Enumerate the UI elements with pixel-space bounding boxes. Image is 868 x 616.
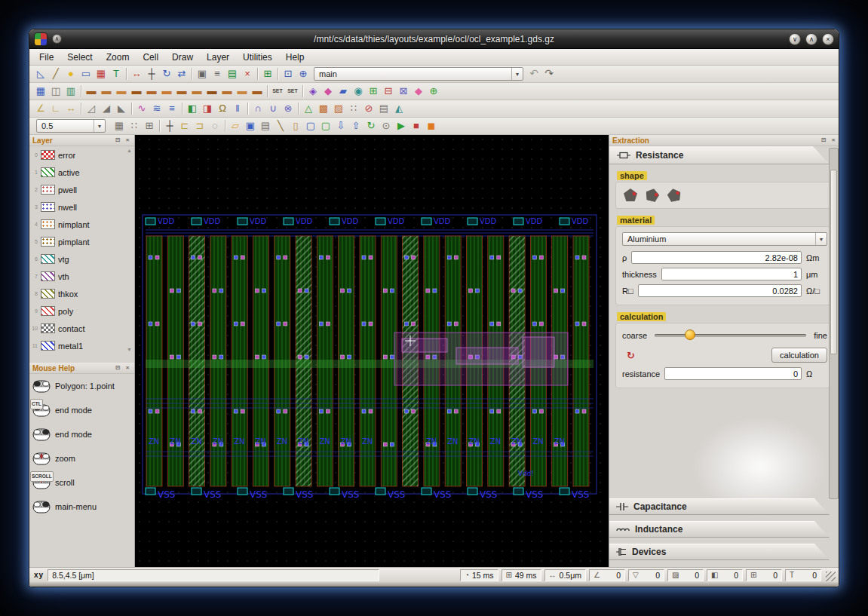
menu-select[interactable]: Select xyxy=(60,49,99,66)
delete-icon[interactable]: × xyxy=(240,66,255,81)
wire-width-icon[interactable]: ▬ xyxy=(235,84,250,99)
layer-active[interactable]: 1 active xyxy=(29,164,134,181)
import-icon[interactable]: ⇩ xyxy=(333,118,348,133)
layer-thkox[interactable]: 8 thkox xyxy=(29,285,134,302)
flatten-icon[interactable]: ▤ xyxy=(376,101,391,116)
resistor-tool-icon[interactable]: Ω xyxy=(215,101,230,116)
layer-poly[interactable]: 9 poly xyxy=(29,302,134,320)
menu-layer[interactable]: Layer xyxy=(200,49,236,66)
measure-distance-icon[interactable]: ↔ xyxy=(63,101,78,116)
set-layer-icon[interactable]: SET xyxy=(285,84,300,99)
properties-icon[interactable]: ≡ xyxy=(210,66,225,81)
ruler-v-icon[interactable]: ⊐ xyxy=(192,118,207,133)
move-icon[interactable]: ┼ xyxy=(144,66,159,81)
dock-close-icon[interactable]: × xyxy=(124,363,131,372)
menu-cell[interactable]: Cell xyxy=(136,49,165,66)
lasso-icon[interactable]: ◌ xyxy=(207,118,222,133)
scroll-down-icon[interactable]: ▼ xyxy=(127,347,132,352)
dock-close-icon[interactable]: × xyxy=(830,136,837,145)
clean-icon[interactable]: ⊘ xyxy=(361,101,376,116)
shape-pentagon-icon[interactable] xyxy=(666,187,682,202)
view-3d-icon[interactable]: ◭ xyxy=(391,101,406,116)
measure-corner-icon[interactable]: ∟ xyxy=(48,101,63,116)
refresh-icon[interactable]: ↻ xyxy=(363,118,379,133)
extraction-dock-title[interactable]: Extraction ⊡ × xyxy=(609,135,839,146)
layer-dock-title[interactable]: Layer ⊡ × xyxy=(29,135,134,146)
wire-width-icon[interactable]: ▬ xyxy=(144,84,159,99)
cut-polygon-icon[interactable]: ⊟ xyxy=(381,84,396,99)
stop-icon[interactable]: ■ xyxy=(409,118,424,133)
run-macro-icon[interactable]: ▶ xyxy=(394,118,409,133)
layer-nimplant[interactable]: 4 nimplant xyxy=(29,216,134,233)
dock-float-icon[interactable]: ⊡ xyxy=(820,136,827,145)
dock-close-icon[interactable]: × xyxy=(124,136,131,145)
bool-xor-icon[interactable]: ⊗ xyxy=(281,101,296,116)
shape-pentagon-icon[interactable] xyxy=(644,187,661,203)
bool-or-icon[interactable]: ∪ xyxy=(265,101,281,116)
keep-above-button[interactable]: ∧ xyxy=(52,34,62,44)
tab-resistance[interactable]: Resistance xyxy=(609,146,830,164)
new-doc-icon[interactable]: ▢ xyxy=(303,118,318,133)
minimize-button[interactable]: ∨ xyxy=(789,33,801,45)
wire-width-icon[interactable]: ▬ xyxy=(129,84,144,99)
doc-ok-icon[interactable]: ▢ xyxy=(318,118,333,133)
layer-vtg[interactable]: 6 vtg xyxy=(29,250,134,268)
angle-45-icon[interactable]: ◢ xyxy=(99,101,114,116)
settings-icon[interactable]: ⊙ xyxy=(379,118,394,133)
layout-canvas[interactable]: VDDVSSVDDVSSVDDVSSVDDVSSVDDVSSVDDVSSVDDV… xyxy=(135,135,609,567)
resize-grip[interactable] xyxy=(826,572,836,581)
mirror-icon[interactable]: ⇄ xyxy=(174,66,189,81)
section-capacitance[interactable]: Capacitance xyxy=(609,498,830,515)
menu-zoom[interactable]: Zoom xyxy=(100,49,136,66)
update-icon[interactable]: ↻ xyxy=(627,350,635,361)
cell-combobox[interactable]: main ▾ xyxy=(314,67,523,81)
wire-width-icon[interactable]: ▬ xyxy=(84,84,99,99)
draw-array-icon[interactable]: ▦ xyxy=(94,66,109,81)
section-devices[interactable]: Devices xyxy=(609,544,830,560)
sheet-resistance-input[interactable] xyxy=(638,284,802,297)
wire-width-icon[interactable]: ▬ xyxy=(250,84,265,99)
cell-list-icon[interactable]: ▤ xyxy=(225,66,240,81)
dot-fill-icon[interactable]: ∷ xyxy=(346,101,361,116)
ruler-h-icon[interactable]: ⊏ xyxy=(177,118,192,133)
wire-width-icon[interactable]: ▬ xyxy=(99,84,114,99)
pan-icon[interactable]: ┼ xyxy=(162,118,177,133)
bus-icon[interactable]: ≡ xyxy=(164,101,179,116)
dock-float-icon[interactable]: ⊡ xyxy=(114,363,121,372)
layer-error[interactable]: 0 error xyxy=(29,146,134,164)
pad-icon[interactable]: ◆ xyxy=(321,84,336,99)
highlight-icon[interactable]: ◼ xyxy=(424,118,439,133)
scroll-up-icon[interactable]: ▲ xyxy=(127,148,132,153)
layer-pimplant[interactable]: 5 pimplant xyxy=(29,233,134,250)
drc-icon[interactable]: △ xyxy=(301,101,316,116)
clipboard-icon[interactable]: ▯ xyxy=(288,118,303,133)
resolution-slider[interactable] xyxy=(655,334,806,337)
titlebar[interactable]: ∧ /mnt/cs/data/thies/layouts/example/ocl… xyxy=(29,29,839,49)
wire-width-icon[interactable]: ▬ xyxy=(174,84,189,99)
menu-file[interactable]: File xyxy=(32,49,60,66)
material-combobox[interactable]: Aluminium ▾ xyxy=(622,232,827,246)
wire-width-icon[interactable]: ▬ xyxy=(219,84,235,99)
layer-vth[interactable]: 7 vth xyxy=(29,268,134,285)
select-icon[interactable]: ▣ xyxy=(195,66,210,81)
dock-float-icon[interactable]: ⊡ xyxy=(114,136,121,145)
draw-box-icon[interactable]: ▭ xyxy=(78,66,94,81)
draw-text-icon[interactable]: T xyxy=(109,66,124,81)
app-icon[interactable] xyxy=(34,32,48,46)
nmos-icon[interactable]: ◧ xyxy=(185,101,200,116)
wire-width-icon[interactable]: ▬ xyxy=(114,84,129,99)
fill-icon[interactable]: ▩ xyxy=(316,101,331,116)
bool-and-icon[interactable]: ∩ xyxy=(250,101,265,116)
wire-width-icon[interactable]: ▬ xyxy=(189,84,204,99)
zoom-fit-icon[interactable]: ⊡ xyxy=(281,66,296,81)
layer-metal1[interactable]: 11 metal1 xyxy=(29,337,134,354)
menu-utilities[interactable]: Utilities xyxy=(236,49,279,66)
wire-icon[interactable]: ≋ xyxy=(149,101,164,116)
grid-combobox[interactable]: 0.5 ▾ xyxy=(36,119,106,133)
scrollbar-thumb[interactable] xyxy=(830,170,837,354)
open-icon[interactable]: ▱ xyxy=(228,118,243,133)
resistance-input[interactable] xyxy=(664,367,802,380)
save-icon[interactable]: ▣ xyxy=(243,118,258,133)
redo-icon[interactable]: ↷ xyxy=(541,66,557,81)
grid-draw-icon[interactable]: ▦ xyxy=(33,84,48,99)
